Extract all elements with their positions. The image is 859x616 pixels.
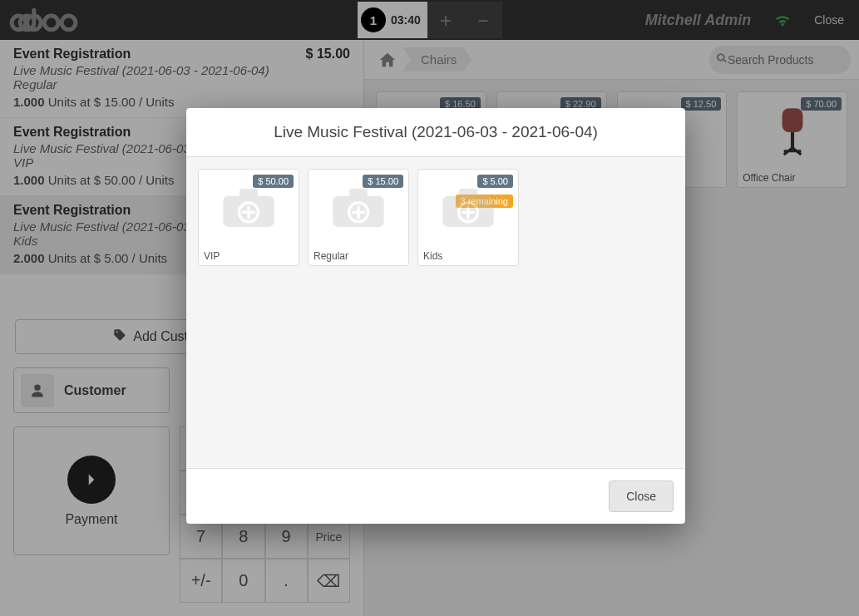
modal-title: Live Music Festival (2021-06-03 - 2021-0… xyxy=(186,108,685,157)
modal-close-button[interactable]: Close xyxy=(609,480,674,512)
svg-rect-27 xyxy=(459,188,477,199)
ticket-card[interactable]: $ 50.00 VIP xyxy=(198,169,299,266)
ticket-name: Regular xyxy=(309,247,408,265)
event-modal: Live Music Festival (2021-06-03 - 2021-0… xyxy=(186,108,685,524)
modal-body: $ 50.00 VIP $ 15.00 Regular $ 5.00 3 rem… xyxy=(186,157,685,468)
svg-rect-23 xyxy=(349,188,368,199)
ticket-card[interactable]: $ 5.00 3 remaining Kids xyxy=(417,169,519,266)
ticket-name: Kids xyxy=(418,247,518,265)
ticket-name: VIP xyxy=(199,247,299,265)
ticket-card[interactable]: $ 15.00 Regular xyxy=(308,169,409,266)
svg-rect-19 xyxy=(239,188,258,199)
